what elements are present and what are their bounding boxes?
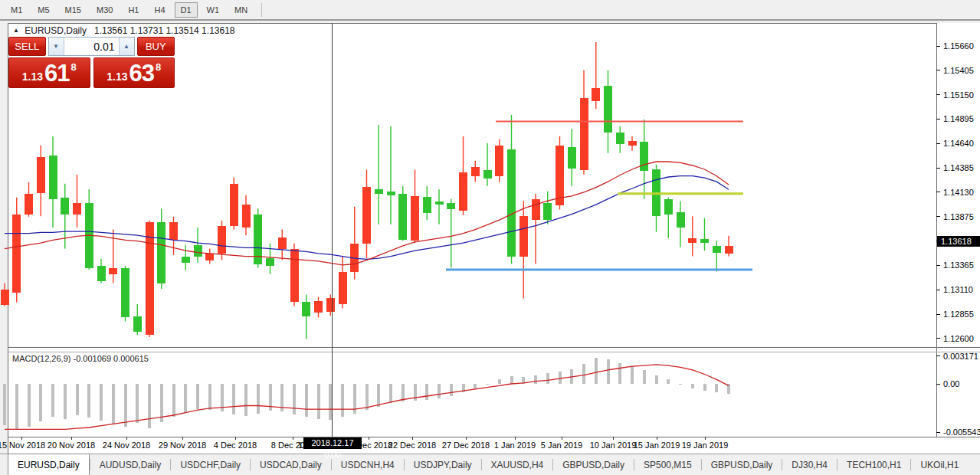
date-tick-label: 10 Jan 2019 — [590, 441, 637, 450]
price-tick-label: 1.12600 — [943, 334, 974, 343]
buy-button[interactable]: BUY — [137, 37, 175, 56]
macd-histogram-bar — [341, 384, 344, 417]
candle-body — [194, 245, 202, 257]
date-tick-label: 4 Dec 2018 — [214, 441, 257, 450]
candle-body — [326, 298, 335, 311]
tabs-scroll-left-button[interactable]: ◄ — [974, 460, 980, 469]
price-tick-label: 1.15150 — [943, 90, 974, 100]
macd-histogram-bar — [618, 363, 621, 384]
candle-body — [133, 316, 142, 332]
volume-input[interactable] — [64, 38, 119, 55]
chart-tab-usdcad-daily[interactable]: USDCAD,Daily — [251, 454, 331, 475]
chart-tab-usdchf-daily[interactable]: USDCHF,Daily — [171, 454, 250, 475]
candle-body — [713, 246, 721, 253]
macd-histogram-bar — [582, 364, 585, 384]
buy-price-display[interactable]: 1.13 63 8 — [93, 57, 175, 88]
candle-body — [218, 226, 226, 254]
macd-histogram-bar — [546, 373, 549, 384]
macd-histogram-bar — [257, 384, 260, 414]
candle-body — [362, 187, 371, 244]
crosshair-date-badge: 2018.12.17 0:00 — [303, 437, 362, 449]
candle-body — [61, 198, 69, 215]
chart-tab-gbpusd-daily[interactable]: GBPUSD,Daily — [702, 454, 782, 475]
macd-histogram-bar — [667, 379, 670, 384]
candle-body — [121, 268, 129, 318]
macd-histogram-bar — [703, 384, 706, 391]
price-tick-label: 1.14895 — [943, 114, 974, 123]
macd-histogram-bar — [208, 384, 211, 410]
macd-histogram-bar — [450, 384, 453, 396]
volume-decrease-button[interactable]: ▼ — [49, 38, 64, 55]
candle-body — [616, 133, 624, 144]
candle-body — [302, 302, 310, 316]
collapse-triangle-icon[interactable]: ▲ — [13, 27, 19, 34]
volume-stepper: ▼ ▲ — [48, 37, 135, 56]
chart-tab-audusd-daily[interactable]: AUDUSD,Daily — [90, 454, 171, 475]
macd-histogram-bar — [607, 359, 610, 384]
current-price-badge: 1.13618 — [937, 236, 980, 247]
chart-tab-ukoil-h1[interactable]: UKOil,H1 — [911, 454, 968, 475]
macd-histogram-bar — [534, 375, 537, 384]
date-tick-label: 19 Jan 2019 — [682, 441, 729, 450]
candle-body — [25, 194, 33, 215]
chart-tab-sp500-m15[interactable]: SP500,M15 — [634, 454, 701, 475]
macd-histogram-bar — [691, 384, 694, 388]
candle-body — [580, 98, 588, 170]
macd-histogram-bar — [39, 384, 42, 421]
candle-body — [182, 257, 190, 263]
candle-body — [447, 203, 455, 209]
chart-tab-bar: EURUSD,DailyAUDUSD,DailyUSDCHF,DailyUSDC… — [0, 454, 980, 475]
buy-price-figure: 1.13 — [107, 70, 127, 83]
price-tick-label: 1.14130 — [943, 188, 974, 197]
candle-body — [398, 194, 407, 240]
price-tick-label: 1.14385 — [943, 163, 974, 172]
candle-body — [556, 146, 564, 205]
price-tick-label: 1.15660 — [943, 41, 974, 51]
price-tick-label: 1.13110 — [943, 285, 973, 294]
candle-body — [543, 203, 552, 220]
candle-body — [519, 216, 528, 256]
sell-price-point: 8 — [71, 61, 77, 73]
chart-tab-usdjpy-daily[interactable]: USDJPY,Daily — [405, 454, 481, 475]
candle-body — [73, 203, 81, 215]
sell-price-figure: 1.13 — [22, 70, 43, 83]
candle-body — [97, 266, 106, 281]
macd-histogram-bar — [389, 384, 392, 403]
candle-body — [387, 192, 395, 195]
sell-price-display[interactable]: 1.13 61 8 — [8, 57, 90, 88]
candle-body — [604, 86, 612, 133]
date-tick-label: 5 Jan 2019 — [541, 441, 582, 450]
macd-histogram-bar — [51, 384, 54, 417]
volume-increase-button[interactable]: ▲ — [119, 38, 134, 55]
date-tick-label: 1 Jan 2019 — [494, 441, 536, 450]
macd-histogram-bar — [510, 376, 513, 384]
date-tick-label: 15 Nov 2018 — [0, 441, 45, 450]
price-tick-label: 1.15405 — [943, 66, 974, 75]
chart-tab-dj30-h4[interactable]: DJ30,H4 — [782, 454, 837, 475]
macd-indicator-label: MACD(12,26,9) -0.001069 0.000615 — [12, 354, 149, 363]
one-click-trade-panel: SELL ▼ ▲ BUY 1.13 61 8 1.13 63 8 — [8, 37, 175, 88]
macd-histogram-bar — [655, 375, 658, 384]
chart-tab-eurusd-daily[interactable]: EURUSD,Daily — [8, 454, 90, 475]
chart-tab-tech100-h1[interactable]: TECH100,H1 — [837, 454, 910, 475]
candle-body — [664, 199, 673, 215]
macd-histogram-bar — [184, 384, 187, 413]
candle-body — [688, 238, 696, 243]
price-tick-label: 1.13875 — [943, 212, 974, 221]
chart-tab-usdcnh-h4[interactable]: USDCNH,H4 — [332, 454, 404, 475]
macd-histogram-bar — [293, 384, 296, 414]
candle-body — [109, 268, 117, 274]
chart-tab-xauusd-h4[interactable]: XAUUSD,H4 — [482, 454, 553, 475]
macd-tick-label: 0.00 — [943, 379, 959, 388]
candle-body — [568, 147, 576, 169]
macd-histogram-bar — [100, 384, 103, 421]
macd-histogram-bar — [425, 384, 428, 400]
candle-body — [205, 254, 214, 260]
macd-histogram-bar — [196, 384, 199, 409]
sell-button[interactable]: SELL — [8, 37, 46, 56]
chart-tab-gbpusd-daily[interactable]: GBPUSD,Daily — [553, 454, 634, 475]
candle-body — [290, 249, 299, 303]
candle-body — [49, 156, 57, 199]
macd-histogram-bar — [365, 384, 369, 410]
macd-histogram-bar — [112, 384, 115, 424]
